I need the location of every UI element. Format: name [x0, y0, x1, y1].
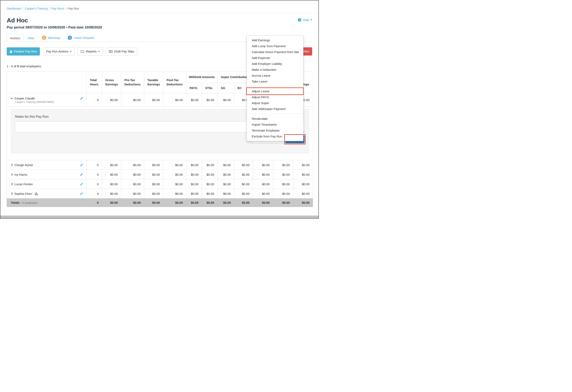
menu-item-add-lump-sum-payment[interactable]: Add Lump Sum Payment: [247, 43, 303, 49]
totals-value-cell: 0: [87, 198, 102, 207]
column-header-taxable-earnings: Taxable Earnings: [144, 72, 163, 93]
value-cell: 0: [87, 189, 102, 198]
edit-employee-button[interactable]: [80, 192, 83, 195]
value-cell: $0.00: [293, 189, 313, 198]
horizontal-scrollbar[interactable]: [0, 216, 318, 218]
edit-employee-button[interactable]: [80, 163, 83, 167]
help-menu[interactable]: ? Help: [298, 18, 312, 22]
menu-item-recalculate[interactable]: Recalculate: [247, 116, 303, 122]
value-cell: $0.00: [102, 179, 121, 189]
finalise-pay-run-label: Finalise Pay Run: [14, 49, 37, 53]
employee-row-sophia-chen[interactable]: Sophia Chen0$0.00$0.00$0.00$0.00$0.00$0.…: [7, 189, 313, 198]
menu-item-add-expense[interactable]: Add Expense: [247, 55, 303, 61]
caret-down-icon: [70, 51, 72, 52]
breadcrumb-item-dashboard[interactable]: Dashboard: [7, 7, 21, 10]
tab-badge: 2: [42, 36, 46, 40]
value-cell: $0.00: [186, 170, 202, 179]
menu-item-import-timesheets[interactable]: Import Timesheets: [247, 122, 303, 127]
tab-label: Actions: [10, 36, 20, 40]
menu-item-adjust-super[interactable]: Adjust Super: [247, 100, 303, 106]
totals-value-cell: $0.00: [121, 198, 144, 207]
employee-row-clough-ryner[interactable]: Clough Ryner0$0.00$0.00$0.00$0.00$0.00$0…: [7, 160, 313, 170]
question-circle-icon: ?: [298, 18, 301, 22]
chevron-right-icon[interactable]: [10, 173, 13, 175]
value-cell: $0.00: [144, 179, 163, 189]
value-cell: $0.00: [202, 189, 218, 198]
column-header-payg: PAYG: [186, 83, 202, 93]
reports-button[interactable]: Reports: [78, 47, 103, 56]
tab-filter[interactable]: Filter: [24, 34, 38, 42]
employee-row-header: Lucas Fenton: [7, 182, 86, 186]
breadcrumb-item-casper-s-training[interactable]: Casper's Training: [25, 7, 48, 10]
breadcrumb: Dashboard/Casper's Training/Pay Runs/Pay…: [0, 0, 318, 13]
menu-item-add-jobkeeper-payment[interactable]: Add JobKeeper Payment: [247, 106, 303, 112]
value-cell: $0.00: [121, 189, 144, 198]
annotation-highlight-menu-item: [246, 87, 304, 95]
pay-slip-icon: [109, 50, 112, 53]
value-cell: $0.00: [273, 189, 293, 198]
folder-icon: [81, 50, 84, 53]
menu-item-terminate-employee[interactable]: Terminate Employee: [247, 127, 303, 133]
edit-employee-button[interactable]: [80, 173, 83, 176]
chevron-right-icon[interactable]: [10, 164, 13, 166]
chevron-down-icon[interactable]: [10, 97, 13, 99]
totals-value-cell: $0.00: [163, 198, 186, 207]
employee-row-header: Sophia Chen: [7, 192, 86, 195]
employee-row-ivy-harris[interactable]: Ivy Harris0$0.00$0.00$0.00$0.00$0.00$0.0…: [7, 170, 313, 179]
value-cell: $0.00: [163, 93, 186, 107]
totals-label: Totals• 5 employees: [7, 201, 38, 204]
employee-column-header: [7, 72, 87, 93]
employee-row-lucas-fenton[interactable]: Lucas Fenton0$0.00$0.00$0.00$0.00$0.00$0…: [7, 179, 313, 189]
pay-run-actions-button[interactable]: Pay Run Actions: [43, 47, 75, 56]
tab-actions[interactable]: Actions: [7, 34, 24, 42]
menu-item-calculate-gross-payment-from-net[interactable]: Calculate Gross Payment from Net: [247, 49, 303, 55]
menu-item-make-a-deduction[interactable]: Make a Deduction: [247, 67, 303, 73]
page-title: Ad Hoc: [7, 17, 28, 24]
menu-item-accrue-leave[interactable]: Accrue Leave: [247, 73, 303, 78]
breadcrumb-separator: /: [65, 7, 66, 10]
draft-pay-slips-button[interactable]: Draft Pay Slips: [106, 47, 137, 56]
value-cell: $0.00: [144, 189, 163, 198]
edit-employee-button[interactable]: [80, 183, 83, 186]
tab-leave-request[interactable]: 1Leave Request: [64, 34, 97, 42]
menu-item-add-employer-liability[interactable]: Add Employer Liability: [247, 61, 303, 67]
tab-label: Filter: [28, 36, 34, 40]
value-cell: $0.00: [186, 160, 202, 170]
employee-name: Lucas Fenton: [15, 182, 33, 186]
breadcrumb-item-pay-runs[interactable]: Pay Runs: [51, 7, 64, 10]
finalise-pay-run-button[interactable]: Finalise Pay Run: [7, 47, 40, 56]
value-cell: $0.00: [234, 179, 253, 189]
value-cell: $0.00: [186, 93, 202, 107]
menu-item-take-leave[interactable]: Take Leave: [247, 78, 303, 84]
employee-row-header: Clough Ryner: [7, 163, 86, 167]
value-cell: $0.00: [218, 93, 234, 107]
value-cell: $0.00: [202, 170, 218, 179]
totals-row: Totals• 5 employees0$0.00$0.00$0.00$0.00…: [7, 198, 313, 207]
menu-item-exclude-from-pay-run[interactable]: Exclude from Pay Run: [247, 133, 303, 139]
value-cell: $0.00: [102, 189, 121, 198]
menu-item-add-earnings[interactable]: Add Earnings: [247, 37, 303, 43]
breadcrumb-separator: /: [23, 7, 23, 10]
value-cell: $0.00: [163, 170, 186, 179]
employee-row-header: Casper Claude: [7, 96, 86, 100]
value-cell: $0.00: [293, 160, 313, 170]
chevron-right-icon[interactable]: [10, 183, 13, 185]
tab-warnings[interactable]: 2Warnings: [39, 34, 64, 42]
menu-item-adjust-payg[interactable]: Adjust PAYG: [247, 94, 303, 100]
breadcrumb-item-pay-run: Pay Run: [68, 7, 79, 10]
chevron-right-icon[interactable]: [10, 192, 13, 195]
menu-item-adjust-leave[interactable]: Adjust Leave: [247, 88, 303, 94]
edit-employee-button[interactable]: [80, 97, 83, 100]
value-cell: $0.00: [253, 160, 273, 170]
value-cell: $0.00: [121, 179, 144, 189]
column-header-stsl: STSL: [202, 83, 218, 93]
value-cell: $0.00: [186, 189, 202, 198]
value-cell: $0.00: [102, 93, 121, 107]
employee-name: Ivy Harris: [15, 173, 27, 176]
value-cell: $0.00: [218, 179, 234, 189]
value-cell: $0.00: [253, 170, 273, 179]
value-cell: $0.00: [163, 179, 186, 189]
value-cell: $0.00: [253, 189, 273, 198]
group-header-withheld-amounts: Withheld Amounts: [186, 72, 218, 83]
value-cell: $0.00: [253, 179, 273, 189]
